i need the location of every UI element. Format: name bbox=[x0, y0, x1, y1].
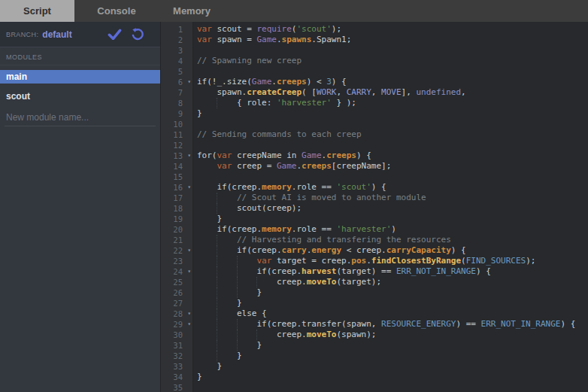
indent-guide bbox=[237, 256, 238, 266]
code-line[interactable]: { role: 'harvester' } ); bbox=[197, 98, 588, 108]
code-line[interactable]: } bbox=[197, 361, 588, 372]
code-line[interactable]: if(!_.size(Game.creeps) < 3) { bbox=[197, 77, 588, 87]
code-token: if(creep. bbox=[197, 224, 262, 234]
fold-arrow-icon[interactable]: ▾ bbox=[187, 319, 191, 330]
code-line[interactable]: else { bbox=[197, 308, 588, 319]
module-item-scout[interactable]: scout bbox=[0, 90, 160, 103]
code-token: < creep. bbox=[341, 245, 386, 255]
code-lines[interactable]: var scout = require('scout');var spawn =… bbox=[193, 22, 588, 392]
code-line[interactable] bbox=[197, 140, 588, 150]
code-line[interactable]: // Harvesting and transfering the resour… bbox=[197, 235, 588, 245]
code-token: carryCapacity bbox=[386, 245, 451, 255]
code-line[interactable]: } bbox=[197, 108, 588, 119]
code-line[interactable]: } bbox=[197, 351, 588, 361]
gutter: 123456▾78910111213▾141516▾171819202122▾2… bbox=[161, 22, 193, 392]
code-token bbox=[197, 256, 256, 266]
indent-guide bbox=[237, 330, 238, 340]
code-line[interactable] bbox=[197, 119, 588, 129]
indent-guide bbox=[217, 319, 217, 330]
indent-guide bbox=[237, 266, 238, 277]
line-number: 10 bbox=[161, 119, 192, 129]
code-line[interactable]: } bbox=[197, 287, 588, 298]
code-line[interactable] bbox=[197, 172, 588, 182]
code-token: creepName in bbox=[232, 150, 302, 160]
code-line[interactable]: var target = creep.pos.findClosestByRang… bbox=[197, 256, 588, 266]
branch-name-dropdown[interactable]: default bbox=[42, 29, 71, 40]
code-token: (target) == bbox=[336, 266, 396, 276]
code-token: } ); bbox=[332, 98, 356, 108]
code-token: ) bbox=[391, 224, 396, 234]
line-number: 19 bbox=[161, 214, 192, 224]
fold-arrow-icon[interactable]: ▾ bbox=[187, 182, 191, 193]
code-token: carry bbox=[282, 245, 307, 255]
tab-console[interactable]: Console bbox=[74, 0, 159, 22]
code-token: 'harvester' bbox=[277, 98, 332, 108]
line-number: 18 bbox=[161, 203, 192, 214]
code-line[interactable]: var spawn = Game.spawns.Spawn1; bbox=[197, 35, 588, 45]
line-number: 26 bbox=[161, 287, 192, 298]
code-line[interactable]: if(creep.memory.role == 'scout') { bbox=[197, 182, 588, 193]
code-line[interactable]: if(creep.harvest(target) == ERR_NOT_IN_R… bbox=[197, 266, 588, 277]
new-module-input[interactable] bbox=[5, 111, 156, 126]
fold-arrow-icon[interactable]: ▾ bbox=[187, 308, 191, 319]
code-line[interactable] bbox=[197, 66, 588, 77]
code-token: creep = bbox=[232, 161, 277, 171]
branch-label: BRANCH: bbox=[6, 31, 38, 38]
indent-guide bbox=[217, 256, 217, 266]
code-token: creeps bbox=[277, 77, 307, 87]
tab-memory[interactable]: Memory bbox=[159, 0, 225, 22]
line-number: 14 bbox=[161, 161, 192, 172]
code-token: spawn. bbox=[197, 87, 247, 97]
code-token: } bbox=[197, 351, 242, 360]
code-line[interactable]: if(creep.transfer(spawn, RESOURCE_ENERGY… bbox=[197, 319, 588, 330]
code-token: if(creep. bbox=[197, 266, 302, 276]
code-line[interactable]: // Scout AI is moved to another module bbox=[197, 193, 588, 203]
code-line[interactable]: for(var creepName in Game.creeps) { bbox=[197, 150, 588, 161]
code-line[interactable]: creep.moveTo(target); bbox=[197, 277, 588, 287]
code-editor-panel: 123456▾78910111213▾141516▾171819202122▾2… bbox=[161, 22, 588, 392]
indent-guide bbox=[217, 298, 217, 308]
code-line[interactable]: scout(creep); bbox=[197, 203, 588, 214]
indent-guide bbox=[256, 330, 257, 340]
code-token: moveTo bbox=[307, 330, 337, 339]
indent-guide bbox=[217, 351, 217, 361]
commit-check-icon[interactable] bbox=[108, 29, 122, 40]
code-line[interactable]: } bbox=[197, 372, 588, 382]
fold-arrow-icon[interactable]: ▾ bbox=[187, 77, 191, 87]
code-line[interactable]: // Sending commands to each creep bbox=[197, 129, 588, 140]
code-line[interactable]: } bbox=[197, 298, 588, 308]
line-number: 33 bbox=[161, 361, 192, 372]
code-token: pos bbox=[351, 256, 366, 266]
indent-guide bbox=[217, 245, 217, 256]
fold-arrow-icon[interactable]: ▾ bbox=[187, 150, 191, 161]
code-line[interactable] bbox=[197, 382, 588, 392]
code-line[interactable]: if(creep.carry.energy < creep.carryCapac… bbox=[197, 245, 588, 256]
tab-script[interactable]: Script bbox=[0, 0, 74, 22]
code-token: creep. bbox=[197, 330, 307, 339]
code-line[interactable]: // Spawning new creep bbox=[197, 56, 588, 66]
code-token: Game bbox=[277, 161, 297, 171]
code-token: MOVE bbox=[381, 87, 402, 97]
code-line[interactable]: } bbox=[197, 340, 588, 351]
fold-arrow-icon[interactable]: ▾ bbox=[187, 266, 191, 277]
code-line[interactable]: } bbox=[197, 214, 588, 224]
code-token: ( bbox=[461, 256, 466, 266]
code-line[interactable]: spawn.createCreep( [WORK, CARRY, MOVE], … bbox=[197, 87, 588, 98]
module-item-main[interactable]: main bbox=[0, 70, 160, 84]
fold-arrow-icon[interactable]: ▾ bbox=[187, 245, 191, 256]
revert-icon[interactable] bbox=[131, 28, 144, 41]
code-token: ) { bbox=[332, 77, 347, 87]
line-number: 35 bbox=[161, 382, 192, 392]
code-token: ) { bbox=[356, 150, 371, 160]
code-token: { role: bbox=[197, 98, 277, 108]
code-token: 'harvester' bbox=[336, 224, 391, 234]
line-number: 30 bbox=[161, 330, 192, 340]
code-line[interactable]: if(creep.memory.role == 'harvester') bbox=[197, 224, 588, 235]
code-line[interactable]: var creep = Game.creeps[creepName]; bbox=[197, 161, 588, 172]
line-number: 8 bbox=[161, 98, 192, 108]
code-token: ], bbox=[402, 87, 417, 97]
code-line[interactable] bbox=[197, 45, 588, 56]
code-line[interactable]: creep.moveTo(spawn); bbox=[197, 330, 588, 340]
code-token: ) == bbox=[456, 319, 480, 329]
code-line[interactable]: var scout = require('scout'); bbox=[197, 24, 588, 35]
